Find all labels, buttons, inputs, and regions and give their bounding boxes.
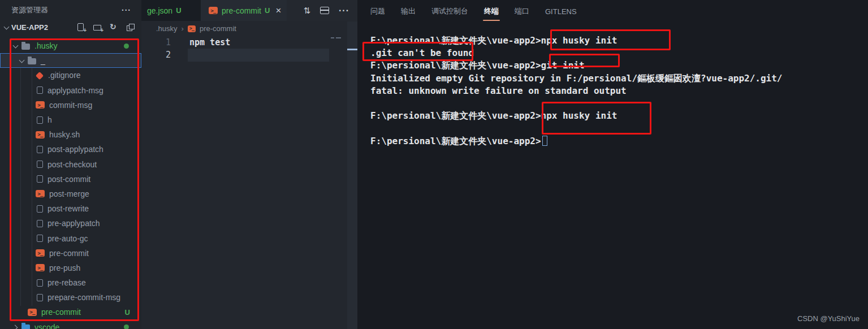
tree-item-label: post-rewrite [47, 204, 89, 213]
tree-item-label: pre-auto-gc [47, 234, 88, 243]
project-actions [76, 23, 135, 32]
indent-spacer [27, 87, 33, 94]
project-name: VUE-APP2 [11, 23, 48, 32]
breadcrumb-file[interactable]: pre-commit [200, 24, 236, 33]
tree-item-label: _ [41, 56, 45, 65]
tree-item-label: vscode [34, 323, 59, 329]
terminal-output[interactable]: F:\persional\新建文件夹\vue-app2>npx husky in… [370, 34, 783, 148]
terminal-line: F:\persional\新建文件夹\vue-app2>npx husky in… [370, 110, 783, 122]
tab-problems[interactable]: 问题 [370, 0, 385, 23]
tree-item-label: commit-msg [49, 101, 92, 110]
shell-script-icon [188, 25, 196, 32]
file-icon [37, 220, 43, 227]
explorer-header: 资源管理器 ··· [0, 0, 141, 20]
line-number: 2 [141, 50, 171, 60]
indent-spacer [27, 191, 33, 197]
tree-item-pre-push[interactable]: pre-push [0, 261, 141, 275]
tab-gitlens[interactable]: GITLENS [545, 0, 577, 23]
tree-item-commit-msg[interactable]: commit-msg [0, 98, 141, 112]
indent-spacer [27, 72, 33, 79]
terminal-line [370, 97, 783, 110]
tree-item-husky[interactable]: .husky [0, 38, 141, 53]
tree-item-label: pre-applypatch [47, 219, 100, 228]
breadcrumb[interactable]: .husky › pre-commit [141, 21, 357, 36]
file-icon [37, 294, 43, 301]
tree-item-label: post-checkout [47, 160, 97, 169]
line-number: 1 [141, 37, 171, 47]
git-status-dot [124, 324, 129, 329]
indent-spacer [27, 116, 33, 123]
minimap-text-mark [331, 37, 334, 38]
tree-item-pre-commit[interactable]: pre-commit [0, 246, 141, 261]
tree-item-label: pre-commit [41, 308, 81, 317]
shell-script-icon [36, 131, 45, 138]
file-icon [37, 175, 43, 183]
collapse-all-icon[interactable] [126, 23, 135, 32]
tab-pre-commit[interactable]: pre-commit U [201, 0, 287, 21]
tree-item-post-rewrite[interactable]: post-rewrite [0, 201, 141, 216]
tree-item-label: h [47, 115, 52, 124]
tree-item-pre-applypatch[interactable]: pre-applypatch [0, 216, 141, 231]
indent-spacer [27, 161, 33, 168]
tree-item-vscode[interactable]: vscode [0, 320, 141, 329]
terminal-line: F:\persional\新建文件夹\vue-app2>npx husky in… [370, 34, 783, 47]
explorer-sidebar: 资源管理器 ··· VUE-APP2 .husky_.gitignoreappl… [0, 0, 141, 329]
indent-spacer [27, 279, 33, 286]
tab-terminal[interactable]: 终端 [484, 0, 499, 23]
tab-package-json[interactable]: ge.json U [141, 0, 201, 21]
git-status-dot [124, 44, 129, 49]
tree-item-label: husky.sh [49, 130, 80, 139]
tab-label: pre-commit [222, 6, 261, 15]
tree-item-[interactable]: _ [0, 53, 141, 68]
indent-spacer [27, 250, 33, 257]
file-icon [37, 235, 43, 242]
tree-item-applypatch-msg[interactable]: applypatch-msg [0, 83, 141, 98]
tree-item-label: .gitignore [48, 71, 81, 80]
indent-spacer [27, 220, 33, 227]
tree-item-pre-auto-gc[interactable]: pre-auto-gc [0, 231, 141, 245]
file-icon [37, 205, 43, 213]
tree-item-post-merge[interactable]: post-merge [0, 187, 141, 201]
refresh-icon[interactable] [109, 23, 118, 32]
editor-actions [303, 0, 357, 21]
compare-changes-icon[interactable] [303, 6, 310, 16]
tree-item-post-checkout[interactable]: post-checkout [0, 157, 141, 172]
more-actions-icon[interactable] [339, 6, 349, 16]
indent-spacer [27, 205, 33, 212]
breadcrumb-folder[interactable]: .husky [156, 24, 178, 33]
new-folder-icon[interactable] [93, 23, 102, 32]
tree-item-post-applypatch[interactable]: post-applypatch [0, 142, 141, 157]
indent-spacer [27, 102, 33, 109]
tree-item-prepare-commit-msg[interactable]: prepare-commit-msg [0, 290, 141, 305]
tree-item-gitignore[interactable]: .gitignore [0, 68, 141, 83]
terminal-prompt-line[interactable]: F:\persional\新建文件夹\vue-app2> [370, 135, 783, 148]
code-line-1: 1 npm test [141, 36, 346, 49]
split-editor-icon[interactable] [320, 7, 329, 14]
untracked-badge: U [125, 308, 130, 317]
tree-item-label: pre-commit [49, 249, 89, 258]
tab-ports[interactable]: 端口 [515, 0, 529, 23]
tree-item-post-commit[interactable]: post-commit [0, 172, 141, 187]
tree-item-label: pre-rebase [47, 278, 86, 287]
project-section-header[interactable]: VUE-APP2 [0, 20, 141, 34]
git-icon [36, 72, 44, 80]
tree-item-pre-rebase[interactable]: pre-rebase [0, 275, 141, 290]
cursor-position-marker [347, 49, 357, 50]
close-icon[interactable] [275, 6, 281, 15]
indent-spacer [27, 294, 33, 301]
shell-script-icon [36, 190, 45, 197]
terminal-line: Initialized empty Git repository in F:/p… [370, 72, 783, 85]
editor-scrollbar[interactable] [347, 21, 357, 329]
tree-item-h[interactable]: h [0, 112, 141, 127]
new-file-icon[interactable] [76, 23, 85, 32]
tab-output[interactable]: 输出 [401, 0, 416, 23]
more-actions-icon[interactable]: ··· [122, 6, 131, 15]
tree-item-husky-sh[interactable]: husky.sh [0, 127, 141, 142]
code-line-2: 2 [141, 49, 346, 61]
folder-icon [28, 58, 36, 64]
code-area[interactable]: 1 npm test 2 [141, 36, 346, 61]
tree-item-pre-commit[interactable]: pre-commitU [0, 305, 141, 319]
editor-group: ge.json U pre-commit U .husky › pre-comm… [141, 0, 357, 329]
tab-debug-console[interactable]: 调试控制台 [431, 0, 468, 23]
file-icon [37, 279, 43, 287]
